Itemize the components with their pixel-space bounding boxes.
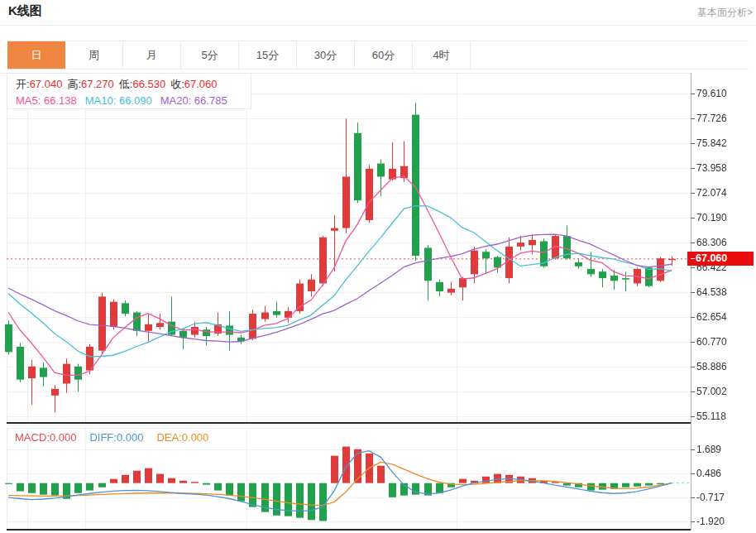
ohlc-value-high: 67.270 bbox=[81, 78, 114, 90]
ma-row: MA5: 66.138MA10: 66.090MA20: 66.785 bbox=[16, 93, 251, 109]
macd-axis-label: -0.717 bbox=[696, 492, 725, 503]
ma10-value: MA10: 66.090 bbox=[85, 94, 152, 107]
price-axis-label: 72.074 bbox=[696, 187, 727, 199]
macd-axis-label: 1.689 bbox=[696, 444, 721, 455]
price-axis-label: 77.726 bbox=[696, 113, 727, 124]
price-axis-label: 57.002 bbox=[696, 386, 727, 397]
macd-axis-label: -1.920 bbox=[696, 516, 725, 527]
macd-legend-value: MACD:0.000 bbox=[15, 431, 76, 444]
price-axis-label: 75.842 bbox=[696, 137, 727, 149]
diff-legend-value: DIFF:0.000 bbox=[89, 431, 143, 444]
price-axis-label: 60.770 bbox=[696, 336, 727, 348]
tick-mark bbox=[691, 258, 695, 259]
price-axis-label: 62.654 bbox=[696, 311, 727, 323]
ma20-value: MA20: 66.785 bbox=[160, 94, 227, 107]
price-axis-label: 55.118 bbox=[696, 411, 726, 422]
price-axis-label: 68.306 bbox=[696, 237, 727, 248]
ohlc-row: 开:67.040高:67.270低:66.530收:67.060 bbox=[16, 76, 251, 93]
ohlc-value-open: 67.040 bbox=[30, 78, 63, 90]
quote-info-box: 开:67.040高:67.270低:66.530收:67.060 MA5: 66… bbox=[7, 73, 251, 109]
ohlc-label-high: 高: bbox=[67, 78, 81, 90]
macd-legend: MACD:0.000DIFF:0.000DEA:0.000 bbox=[15, 431, 222, 444]
dea-legend-value: DEA:0.000 bbox=[156, 431, 208, 444]
price-axis-label: 58.886 bbox=[696, 361, 727, 372]
kline-widget: K线图 基本面分析> 日周月5分15分30分60分4时 开:67.040高:67… bbox=[0, 0, 756, 533]
price-axis-label: 70.190 bbox=[696, 212, 727, 223]
price-axis-label: 64.538 bbox=[696, 286, 727, 298]
current-price-tag: 67.060 bbox=[687, 252, 754, 266]
price-axis-label: 79.610 bbox=[696, 88, 727, 99]
ohlc-value-low: 66.530 bbox=[132, 78, 165, 90]
current-price-value: 67.060 bbox=[696, 252, 727, 264]
ohlc-label-low: 低: bbox=[119, 78, 133, 90]
macd-axis-label: 0.486 bbox=[696, 468, 721, 479]
ohlc-label-close: 收: bbox=[170, 78, 184, 90]
ma5-value: MA5: 66.138 bbox=[16, 94, 77, 107]
ohlc-value-close: 67.060 bbox=[184, 78, 218, 90]
price-axis-label: 73.958 bbox=[696, 162, 727, 174]
ohlc-label-open: 开: bbox=[16, 78, 30, 90]
